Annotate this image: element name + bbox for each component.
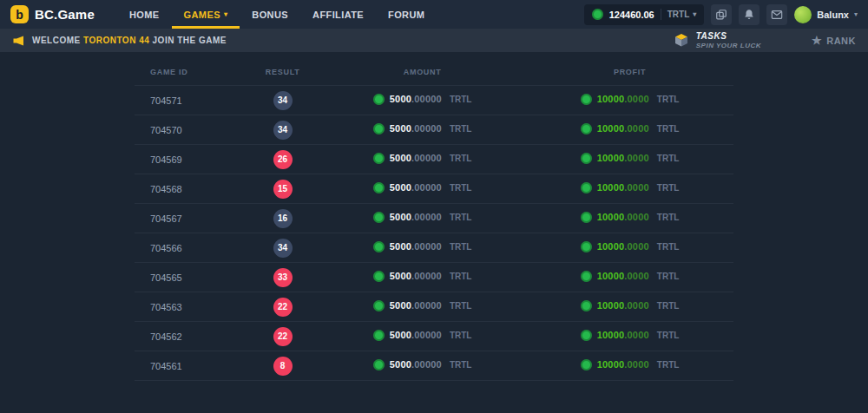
table-header-row: GAME ID RESULT AMOUNT PROFIT bbox=[135, 61, 733, 86]
amount-value: 5000.00000 TRTL bbox=[373, 182, 472, 193]
result-badge: 34 bbox=[273, 91, 293, 110]
result-badge: 15 bbox=[273, 180, 293, 199]
nav-item-forum[interactable]: FORUM bbox=[376, 0, 437, 29]
result-cell: 26 bbox=[247, 145, 319, 174]
profit-cell: 10000.0000 TRTL bbox=[526, 292, 733, 322]
result-cell: 15 bbox=[247, 174, 319, 204]
profit-value: 10000.0000 TRTL bbox=[581, 153, 680, 164]
result-badge: 34 bbox=[273, 121, 293, 140]
profit-cell: 10000.0000 TRTL bbox=[526, 174, 733, 204]
logo[interactable]: b BC.Game bbox=[10, 5, 95, 23]
profit-number: 10000.0000 bbox=[597, 359, 649, 370]
amount-value: 5000.00000 TRTL bbox=[373, 153, 472, 164]
result-cell: 22 bbox=[247, 322, 319, 351]
amount-cell: 5000.00000 TRTL bbox=[319, 322, 526, 351]
tasks-title: TASKS bbox=[696, 31, 761, 42]
nav-item-home[interactable]: HOME bbox=[117, 0, 172, 29]
profit-value: 10000.0000 TRTL bbox=[581, 359, 680, 370]
profit-value: 10000.0000 TRTL bbox=[581, 271, 680, 282]
table-row[interactable]: 704565 33 5000.00000 TRTL 10000.0000 TRT… bbox=[135, 263, 733, 292]
profit-currency: TRTL bbox=[657, 183, 680, 193]
table-row[interactable]: 704562 22 5000.00000 TRTL 10000.0000 TRT… bbox=[135, 322, 733, 351]
profit-cell: 10000.0000 TRTL bbox=[526, 115, 733, 145]
amount-currency: TRTL bbox=[450, 154, 472, 163]
nav-item-games[interactable]: GAMES▾ bbox=[172, 0, 240, 29]
rank-label: RANK bbox=[826, 36, 856, 46]
main-nav: HOMEGAMES▾BONUSAFFILIATEFORUM bbox=[117, 0, 437, 29]
nav-item-label: AFFILIATE bbox=[312, 10, 364, 20]
currency-selector[interactable]: TRTL ▾ bbox=[667, 10, 697, 19]
table-row[interactable]: 704568 15 5000.00000 TRTL 10000.0000 TRT… bbox=[135, 174, 733, 204]
table-row[interactable]: 704567 16 5000.00000 TRTL 10000.0000 TRT… bbox=[135, 204, 733, 233]
amount-cell: 5000.00000 TRTL bbox=[319, 233, 526, 263]
trtl-coin-icon bbox=[373, 300, 385, 311]
top-bar-right: 124460.06 TRTL ▾ bbox=[584, 4, 858, 25]
messages-button[interactable] bbox=[766, 4, 787, 25]
announcement-bar: WELCOME TORONTON 44 JOIN THE GAME TASKS … bbox=[0, 29, 868, 52]
profit-value: 10000.0000 TRTL bbox=[581, 123, 680, 134]
result-cell: 34 bbox=[247, 233, 319, 263]
result-cell: 8 bbox=[247, 351, 319, 381]
trtl-coin-icon bbox=[581, 123, 592, 134]
trtl-coin-icon bbox=[373, 212, 385, 223]
table-row[interactable]: 704569 26 5000.00000 TRTL 10000.0000 TRT… bbox=[135, 145, 733, 174]
result-badge: 34 bbox=[273, 239, 293, 258]
star-icon: ★ bbox=[812, 35, 822, 46]
amount-number: 5000.00000 bbox=[390, 212, 442, 222]
profit-currency: TRTL bbox=[657, 154, 680, 163]
rank-widget[interactable]: ★ RANK bbox=[812, 35, 856, 46]
nav-item-label: BONUS bbox=[252, 10, 288, 20]
user-menu[interactable]: Balunx ▾ bbox=[794, 6, 858, 23]
welcome-username: TORONTON 44 bbox=[83, 36, 149, 45]
nav-item-affiliate[interactable]: AFFILIATE bbox=[300, 0, 376, 29]
amount-currency: TRTL bbox=[450, 272, 472, 281]
amount-cell: 5000.00000 TRTL bbox=[319, 292, 526, 322]
amount-cell: 5000.00000 TRTL bbox=[319, 263, 526, 292]
amount-number: 5000.00000 bbox=[390, 241, 442, 252]
nav-item-bonus[interactable]: BONUS bbox=[240, 0, 300, 29]
tasks-widget[interactable]: TASKS SPIN YOUR LUCK bbox=[674, 31, 761, 50]
col-amount: AMOUNT bbox=[319, 61, 526, 86]
profit-currency: TRTL bbox=[657, 213, 680, 222]
game-id-cell: 704570 bbox=[135, 115, 247, 145]
chevron-down-icon: ▾ bbox=[854, 11, 858, 18]
amount-cell: 5000.00000 TRTL bbox=[319, 115, 526, 145]
amount-cell: 5000.00000 TRTL bbox=[319, 86, 526, 115]
notifications-button[interactable] bbox=[739, 4, 760, 25]
amount-number: 5000.00000 bbox=[390, 94, 442, 104]
col-profit: PROFIT bbox=[526, 61, 733, 86]
game-id-cell: 704569 bbox=[135, 145, 247, 174]
profit-currency: TRTL bbox=[657, 124, 680, 134]
game-id-cell: 704567 bbox=[135, 204, 247, 233]
profit-value: 10000.0000 TRTL bbox=[581, 94, 680, 105]
bc-logo-icon: b bbox=[10, 5, 29, 23]
trtl-coin-icon bbox=[373, 271, 385, 282]
cards-button[interactable] bbox=[711, 4, 732, 25]
user-name: Balunx bbox=[817, 10, 849, 20]
profit-value: 10000.0000 TRTL bbox=[581, 241, 680, 252]
game-id-cell: 704568 bbox=[135, 174, 247, 204]
bell-icon bbox=[743, 9, 755, 21]
trtl-coin-icon bbox=[581, 182, 592, 193]
table-row[interactable]: 704561 8 5000.00000 TRTL 10000.0000 TRTL bbox=[135, 351, 733, 381]
result-cell: 34 bbox=[247, 115, 319, 145]
top-bar: b BC.Game HOMEGAMES▾BONUSAFFILIATEFORUM … bbox=[0, 0, 868, 29]
table-row[interactable]: 704571 34 5000.00000 TRTL 10000.0000 TRT… bbox=[135, 86, 733, 115]
balance-amount: 124460.06 bbox=[609, 10, 654, 20]
balance-pill[interactable]: 124460.06 TRTL ▾ bbox=[584, 4, 705, 25]
bets-table: GAME ID RESULT AMOUNT PROFIT 704571 34 5… bbox=[135, 61, 733, 381]
amount-value: 5000.00000 TRTL bbox=[373, 123, 472, 134]
amount-currency: TRTL bbox=[450, 331, 472, 340]
profit-number: 10000.0000 bbox=[597, 123, 649, 134]
trtl-coin-icon bbox=[373, 330, 385, 341]
profit-number: 10000.0000 bbox=[597, 241, 649, 252]
profit-currency: TRTL bbox=[657, 272, 680, 281]
table-row[interactable]: 704566 34 5000.00000 TRTL 10000.0000 TRT… bbox=[135, 233, 733, 263]
game-id-cell: 704571 bbox=[135, 86, 247, 115]
profit-currency: TRTL bbox=[657, 331, 680, 340]
table-row[interactable]: 704570 34 5000.00000 TRTL 10000.0000 TRT… bbox=[135, 115, 733, 145]
result-badge: 22 bbox=[273, 298, 293, 317]
table-row[interactable]: 704563 22 5000.00000 TRTL 10000.0000 TRT… bbox=[135, 292, 733, 322]
main-content: GAME ID RESULT AMOUNT PROFIT 704571 34 5… bbox=[0, 52, 868, 381]
profit-currency: TRTL bbox=[657, 301, 680, 311]
